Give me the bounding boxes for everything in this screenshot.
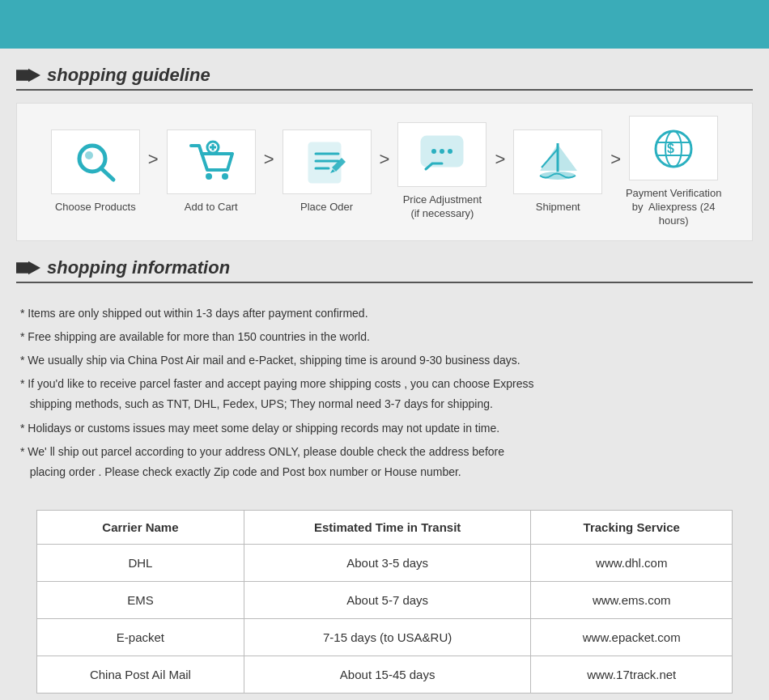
search-icon <box>71 139 120 184</box>
information-title: shopping information <box>47 257 230 278</box>
step-label-place-order: Place Oder <box>300 201 353 214</box>
info-line-6: * We' ll ship out parcel according to yo… <box>20 442 749 482</box>
arrow-3: > <box>380 149 390 170</box>
boat-icon <box>533 139 582 184</box>
table-row: EMS About 5-7 days www.ems.com <box>37 582 733 619</box>
step-label-price-adjustment: Price Adjustment(if necessary) <box>403 193 482 221</box>
table-row: E-packet 7-15 days (to USA&RU) www.epack… <box>37 619 733 656</box>
info-line-3: * We usually ship via China Post Air mai… <box>20 350 749 371</box>
step-icon-box-payment-verification: $ <box>629 116 718 180</box>
step-add-to-cart: Add to Cart <box>163 129 260 214</box>
arrow-5: > <box>610 149 621 170</box>
guideline-header: shopping guideline <box>16 65 753 91</box>
arrow-1: > <box>148 149 159 170</box>
step-place-order: Place Oder <box>278 129 376 214</box>
table-row: DHL About 3-5 days www.dhl.com <box>37 545 733 582</box>
tracking-china-post: www.17track.net <box>531 656 733 694</box>
svg-marker-1 <box>28 69 40 83</box>
step-price-adjustment: Price Adjustment(if necessary) <box>393 122 491 221</box>
receipt-icon <box>303 139 351 184</box>
carrier-ems: EMS <box>37 582 244 619</box>
info-line-2: * Free shipping are available for more t… <box>20 327 749 347</box>
svg-text:$: $ <box>667 142 674 155</box>
top-banner <box>0 0 769 49</box>
table-header-row: Carrier Name Estimated Time in Transit T… <box>37 511 733 545</box>
guideline-title: shopping guideline <box>47 65 210 86</box>
svg-rect-0 <box>16 70 28 81</box>
info-section: * Items are only shipped out within 1-3 … <box>16 295 753 494</box>
svg-point-16 <box>440 149 444 154</box>
tracking-ems: www.ems.com <box>531 582 733 619</box>
info-line-4: * If you'd like to receive parcel faster… <box>20 374 749 414</box>
content-area: shopping guideline Choose Products > <box>0 49 769 700</box>
carrier-china-post: China Post Ail Mail <box>37 656 244 694</box>
svg-point-15 <box>431 149 436 154</box>
svg-rect-24 <box>16 262 28 274</box>
step-shipment: Shipment <box>509 129 606 214</box>
step-icon-box-choose-products <box>51 129 140 194</box>
tracking-epacket: www.epacket.com <box>531 619 733 656</box>
carrier-dhl: DHL <box>37 545 244 582</box>
time-dhl: About 3-5 days <box>244 545 531 582</box>
svg-point-5 <box>206 173 212 180</box>
step-icon-box-price-adjustment <box>397 122 486 187</box>
carrier-epacket: E-packet <box>37 619 244 656</box>
step-payment-verification: $ Payment Verificationby Aliexpress (24 … <box>625 116 722 228</box>
step-icon-box-shipment <box>513 129 602 194</box>
svg-point-4 <box>85 151 93 159</box>
table-header-time: Estimated Time in Transit <box>244 511 531 545</box>
cart-icon <box>187 139 236 184</box>
time-epacket: 7-15 days (to USA&RU) <box>244 619 531 656</box>
step-label-payment-verification: Payment Verificationby Aliexpress (24 ho… <box>625 187 722 228</box>
table-row: China Post Ail Mail About 15-45 days www… <box>37 656 733 694</box>
info-text: * Items are only shipped out within 1-3 … <box>16 303 753 483</box>
info-line-5: * Holidays or customs issues may meet so… <box>20 418 749 439</box>
svg-point-17 <box>448 149 452 154</box>
svg-line-3 <box>101 168 113 180</box>
step-label-choose-products: Choose Products <box>55 201 136 214</box>
information-header: shopping information <box>16 257 753 283</box>
chat-icon <box>418 133 466 177</box>
shipping-table: Carrier Name Estimated Time in Transit T… <box>36 510 733 694</box>
step-icon-box-add-to-cart <box>167 129 256 194</box>
arrow-4: > <box>495 149 505 170</box>
step-label-shipment: Shipment <box>536 201 580 214</box>
step-choose-products: Choose Products <box>47 129 144 214</box>
svg-marker-25 <box>28 261 40 274</box>
table-header-tracking: Tracking Service <box>531 511 733 545</box>
time-china-post: About 15-45 days <box>244 656 531 694</box>
information-header-bar: shopping information <box>16 257 753 283</box>
information-header-icon <box>16 259 40 277</box>
step-label-add-to-cart: Add to Cart <box>185 201 238 214</box>
table-header-carrier: Carrier Name <box>37 511 244 545</box>
steps-container: Choose Products > Add to Cart > <box>16 103 753 241</box>
info-line-1: * Items are only shipped out within 1-3 … <box>20 303 749 324</box>
globe-dollar-icon: $ <box>649 126 698 171</box>
tracking-dhl: www.dhl.com <box>531 545 733 582</box>
guideline-header-bar: shopping guideline <box>16 65 753 91</box>
svg-point-6 <box>222 173 228 180</box>
arrow-2: > <box>264 149 274 170</box>
step-icon-box-place-order <box>283 129 372 194</box>
guideline-header-icon <box>16 66 40 84</box>
time-ems: About 5-7 days <box>244 582 531 619</box>
